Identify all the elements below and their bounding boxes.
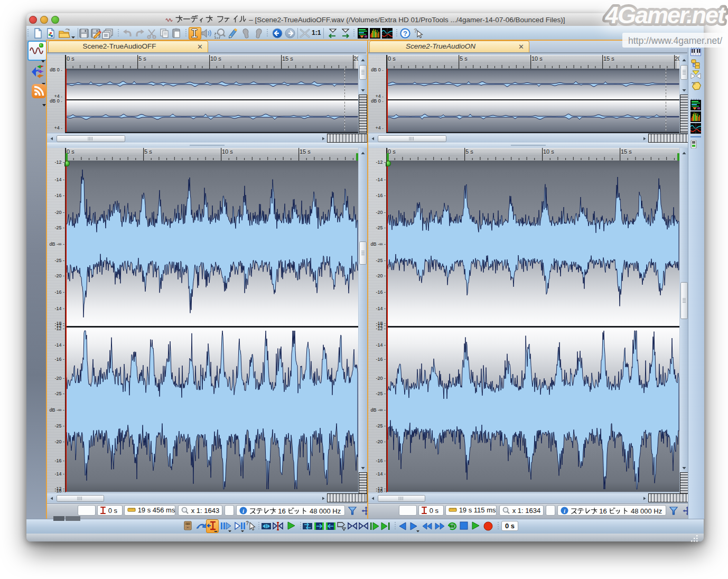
svg-text:http://www.4gamer.net/: http://www.4gamer.net/: [628, 35, 722, 46]
svg-text:?: ?: [403, 30, 407, 38]
svg-text:?: ?: [246, 520, 249, 526]
svg-text:?: ?: [414, 27, 417, 34]
